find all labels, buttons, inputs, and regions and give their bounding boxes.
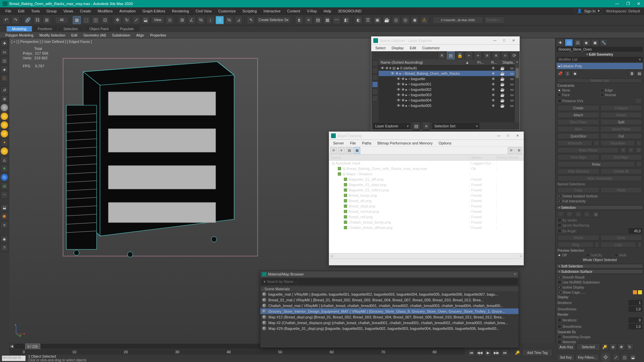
at-tool4[interactable]: ▦ (354, 147, 360, 154)
copy-btn[interactable]: Copy (557, 187, 599, 193)
undo-button[interactable]: ↶ (2, 16, 10, 24)
at-menu-item[interactable]: Server (330, 140, 346, 146)
at-scroll-left[interactable]: ◀ (330, 254, 333, 258)
se-filter6[interactable] (372, 96, 378, 102)
select-rect[interactable]: ⬚ (82, 16, 90, 24)
menu-help[interactable]: Help (320, 8, 335, 14)
sliceplane-btn[interactable]: Slice Plane (557, 119, 599, 125)
rotate-button[interactable]: ↻ (123, 16, 131, 24)
se-tool4[interactable]: + (465, 51, 473, 59)
tool8[interactable]: ◬ (1, 156, 8, 164)
se-row[interactable]: 👁 ❄ ▸ ▫ Bread_Baking_Oven_with_Racks❄☕▭ (379, 71, 520, 76)
se-scrollbar[interactable]: ▴ (515, 59, 520, 122)
object-name-field[interactable]: Grocery_Store_Oven (557, 47, 643, 52)
tool4[interactable]: ⬡ (1, 74, 8, 82)
create-tab[interactable]: ✚ (556, 39, 564, 46)
maxscript-mini[interactable]: MAXScript Mi (2, 356, 25, 361)
preserve-uv[interactable] (557, 99, 561, 103)
ribbon-tab-freeform[interactable]: Freeform (33, 26, 58, 32)
nav3[interactable]: ↻ (626, 343, 634, 351)
isolate-toggle[interactable]: ◉ (1, 235, 8, 243)
ring-btn[interactable]: Ring (557, 242, 594, 248)
menu-3dsground[interactable]: 3DSGROUND (334, 8, 365, 14)
ribbon-group[interactable]: Geometry (All) (81, 33, 109, 38)
display-tab[interactable]: ▣ (591, 39, 599, 46)
percent-button[interactable]: % (225, 16, 233, 24)
signin-button[interactable]: 👤 Sign In ▾ (574, 8, 602, 13)
se-min[interactable]: — (491, 38, 499, 44)
layers-button[interactable]: ▤ (314, 16, 322, 24)
slice-btn[interactable]: Slice (557, 126, 599, 132)
asset-row[interactable]: Bread_refl.pngFound (329, 214, 524, 220)
prev-key[interactable]: ◀◀ (476, 349, 483, 356)
ribbon-group[interactable]: Properties (147, 33, 169, 38)
utilities-tab[interactable]: 🔧 (600, 39, 608, 46)
bind-button[interactable]: ⊞ (43, 16, 51, 24)
align-button[interactable]: ≡ (305, 16, 313, 24)
asset-row[interactable]: Baguette_01_reflect.pngFound (329, 187, 524, 193)
addtimetag[interactable]: Add Time Tag (522, 349, 552, 356)
at-min[interactable]: — (495, 133, 503, 139)
se-layer-dd[interactable]: Layer Explorer (373, 123, 410, 129)
se-filter3[interactable] (372, 74, 378, 80)
material-row[interactable]: Map #29 (Baguette_01_displ.png) [baguett… (260, 325, 519, 331)
setkey[interactable]: Set Key (557, 354, 575, 361)
nav4[interactable]: ⤢ (612, 354, 620, 361)
mirror-button[interactable]: ⧗ (295, 16, 303, 24)
select-button[interactable]: ▦ (73, 16, 81, 24)
nav1[interactable]: ⊕ (609, 343, 617, 351)
tool6[interactable]: ⊕ (1, 95, 8, 103)
cut-btn[interactable]: Cut (600, 133, 642, 139)
se-filter2[interactable] (372, 67, 378, 73)
edgeconst-button[interactable]: ⊿ (234, 16, 243, 24)
material-row[interactable]: baguette_mat ( VRayMtl ) [baguette, bagu… (260, 291, 519, 297)
pin-stack[interactable]: 📌 (557, 70, 564, 76)
viewcube-nav[interactable]: ✥ (600, 352, 611, 362)
se-menu-display[interactable]: Display (389, 45, 407, 51)
se-menu-customize[interactable]: Customize (420, 45, 442, 51)
link-button[interactable]: 🔗 (24, 16, 32, 24)
tool13[interactable]: ⬢ (1, 213, 8, 220)
grow-btn[interactable]: Grow (600, 235, 642, 241)
mmb-search[interactable]: Search by Name ... (261, 278, 518, 285)
goto-end[interactable]: ⏭ (501, 349, 508, 356)
at-tool1[interactable]: ⟳ (330, 147, 337, 154)
selectionset-dropdown[interactable]: Create Selection Se (256, 16, 291, 24)
unlink-button[interactable]: ⛓ (33, 16, 41, 24)
paste-btn[interactable]: Paste (600, 187, 642, 193)
split-btn[interactable]: Split (600, 119, 642, 125)
menu-content[interactable]: Content (284, 8, 304, 14)
project-path[interactable]: C:\Users\tr...ds Max 2020 (433, 16, 483, 24)
constraint-none[interactable] (557, 88, 561, 92)
remove-mod[interactable]: 🗑 (629, 70, 635, 76)
asset-row[interactable]: ⊟ Bread_Baking_Oven_with_Racks_max_vray.… (329, 166, 524, 171)
menu-views[interactable]: Views (60, 8, 76, 14)
redo-button[interactable]: ↷ (11, 16, 19, 24)
at-tool5[interactable]: ⟳ (508, 147, 515, 154)
menu-rendering[interactable]: Rendering (169, 8, 193, 14)
key-mode[interactable]: 🔑 (514, 349, 521, 356)
deliso-chk[interactable]: ✓ (557, 194, 561, 198)
material-row[interactable]: Bread_01_mat ( VRayMtl ) [Bread_01, Brea… (260, 297, 519, 303)
sun3-icon[interactable] (1, 130, 8, 137)
softsel-rollout[interactable]: Soft Selection (556, 264, 643, 268)
relax-btn[interactable]: Relax (557, 161, 635, 167)
loop-btn[interactable]: Loop (600, 242, 637, 248)
attach-btn[interactable]: Attach (557, 112, 599, 118)
modifier-stack[interactable]: ▸ Editable Poly (557, 63, 643, 69)
subdiv-rollout[interactable]: Subdivision Surface (556, 269, 643, 274)
menu-v-ray[interactable]: V-Ray (304, 8, 320, 14)
menu-scripting[interactable]: Scripting (239, 8, 260, 14)
at-tool2[interactable]: ≡ (338, 147, 345, 154)
next-key[interactable]: ▶▶ (493, 349, 500, 356)
placement-button[interactable]: ⬓ (142, 16, 150, 24)
material-row[interactable]: Map #12 (Bread_displ.png) [Bread_01, Bre… (260, 314, 519, 320)
se-close[interactable]: ✕ (509, 38, 518, 44)
ribbon-group[interactable]: Subdivision (109, 33, 133, 38)
sun2-icon[interactable] (1, 121, 8, 129)
warning-icon[interactable]: ⚠ (420, 16, 428, 24)
play[interactable]: ▶ (484, 349, 492, 356)
hierarchy-tab[interactable]: 品 (574, 39, 582, 46)
at-titlebar[interactable]: Asset Tracking —□✕ (329, 132, 524, 140)
material-row[interactable]: Challah_bread_mat ( VRayMtl ) [challah_b… (260, 303, 519, 308)
